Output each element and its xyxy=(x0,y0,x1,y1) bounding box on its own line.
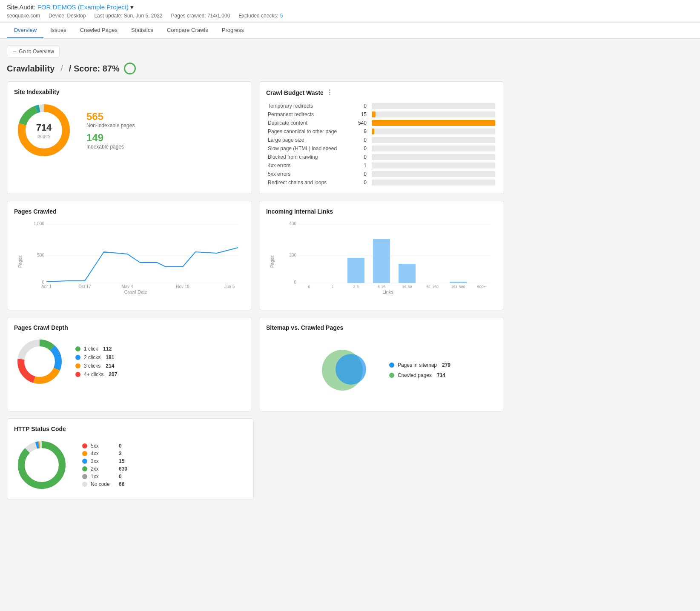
incoming-links-x-axis-label: Links xyxy=(279,289,497,294)
pages-crawled-title: Pages Crawled xyxy=(14,208,245,215)
svg-text:Oct 17: Oct 17 xyxy=(78,284,91,288)
budget-row-value: 0 xyxy=(351,102,368,110)
budget-row-value: 540 xyxy=(351,119,368,127)
budget-row-bar xyxy=(368,127,497,136)
site-indexability-title: Site Indexability xyxy=(14,89,245,95)
svg-rect-24 xyxy=(450,282,467,283)
budget-row-bar xyxy=(368,178,497,187)
crawl-depth-legend-item: 1 click 112 xyxy=(75,346,117,352)
incoming-links-y-axis-label: Pages xyxy=(270,255,275,267)
excluded-checks-label: Excluded checks: 5 xyxy=(238,13,283,19)
budget-row-bar xyxy=(368,153,497,161)
svg-text:1,000: 1,000 xyxy=(34,221,44,226)
budget-row-value: 9 xyxy=(351,127,368,136)
legend-dot xyxy=(75,363,80,368)
http-value: 630 xyxy=(119,466,127,472)
tab-crawled-pages[interactable]: Crawled Pages xyxy=(73,23,124,38)
budget-row-value: 0 xyxy=(351,144,368,153)
http-legend-item: 4xx 3 xyxy=(82,451,127,457)
sitemap-item-value: 714 xyxy=(437,372,445,378)
http-status-donut xyxy=(14,437,69,493)
tab-overview[interactable]: Overview xyxy=(7,23,43,38)
budget-row-bar xyxy=(368,170,497,178)
svg-text:Jun 5: Jun 5 xyxy=(224,284,235,288)
non-indexable-label: Non-indexable pages xyxy=(86,123,135,128)
indexability-stats: 565 Non-indexable pages 149 Indexable pa… xyxy=(86,111,135,150)
budget-row-bar xyxy=(368,110,497,119)
sitemap-item-label: Crawled pages xyxy=(398,372,432,378)
http-legend-item: No code 66 xyxy=(82,481,127,487)
score-circle-icon xyxy=(124,63,136,74)
score-label-text: / Score: 87% xyxy=(69,64,120,74)
pages-label: pages xyxy=(36,133,52,138)
svg-point-39 xyxy=(336,354,366,385)
tab-progress[interactable]: Progress xyxy=(215,23,251,38)
budget-row-value: 0 xyxy=(351,153,368,161)
budget-row-value: 0 xyxy=(351,136,368,144)
pages-crawled-card: Pages Crawled Pages 1,000 500 0 Apr 1 xyxy=(7,201,252,310)
legend-value: 181 xyxy=(106,354,114,360)
http-legend-item: 1xx 0 xyxy=(82,474,127,480)
budget-row-bar xyxy=(368,119,497,127)
svg-text:151-500: 151-500 xyxy=(451,285,465,288)
project-name-link[interactable]: FOR DEMOS (Example Project) xyxy=(37,3,129,11)
sitemap-vs-crawled-title: Sitemap vs. Crawled Pages xyxy=(266,324,497,331)
legend-dot xyxy=(75,355,80,360)
crawl-depth-legend: 1 click 112 2 clicks 181 3 clicks 214 4+… xyxy=(75,346,117,377)
indexable-number: 149 xyxy=(86,132,135,144)
nav-tabs: Overview Issues Crawled Pages Statistics… xyxy=(0,23,700,39)
svg-rect-21 xyxy=(347,258,364,283)
excluded-count-link[interactable]: 5 xyxy=(280,13,283,19)
svg-text:6-15: 6-15 xyxy=(378,285,385,288)
budget-row-value: 1 xyxy=(351,161,368,170)
http-dot xyxy=(82,443,87,448)
http-dot xyxy=(82,482,87,487)
budget-row-bar xyxy=(368,144,497,153)
http-label: No code xyxy=(91,481,112,487)
http-label: 5xx xyxy=(91,443,112,449)
budget-row-value: 0 xyxy=(351,178,368,187)
sitemap-item-label: Pages in sitemap xyxy=(398,362,437,368)
http-legend-item: 2xx 630 xyxy=(82,466,127,472)
crawl-depth-card: Pages Crawl Depth xyxy=(7,317,252,411)
svg-text:Apr 1: Apr 1 xyxy=(41,284,52,288)
http-value: 3 xyxy=(119,451,122,457)
tab-statistics[interactable]: Statistics xyxy=(124,23,160,38)
http-dot xyxy=(82,466,87,471)
http-value: 0 xyxy=(119,443,122,449)
http-label: 4xx xyxy=(91,451,112,457)
http-dot xyxy=(82,474,87,479)
site-audit-header: Site Audit: FOR DEMOS (Example Project) … xyxy=(7,3,693,11)
pages-crawled-chart-svg: 1,000 500 0 Apr 1 Oct 17 May 4 Nov 18 Ju… xyxy=(27,220,245,288)
http-dot xyxy=(82,451,87,456)
pages-crawled-x-axis-label: Crawl Date xyxy=(27,289,245,294)
budget-row-label: Large page size xyxy=(266,136,351,144)
non-indexable-number: 565 xyxy=(86,111,135,123)
site-audit-label: Site Audit: xyxy=(7,3,36,11)
sitemap-dot xyxy=(389,373,394,378)
budget-row-label: Permanent redirects xyxy=(266,110,351,119)
svg-text:2-5: 2-5 xyxy=(353,285,359,288)
meta-info-bar: seoquake.com Device: Desktop Last update… xyxy=(7,13,693,19)
budget-row-bar xyxy=(368,102,497,110)
svg-text:16-50: 16-50 xyxy=(402,285,412,288)
http-legend-item: 5xx 0 xyxy=(82,443,127,449)
legend-dot xyxy=(75,346,80,351)
page-title-text: Crawlability xyxy=(7,64,55,74)
svg-rect-23 xyxy=(399,264,416,283)
dropdown-icon[interactable]: ▾ xyxy=(130,3,134,11)
go-to-overview-button[interactable]: ← Go to Overview xyxy=(7,46,60,57)
http-legend-item: 3xx 15 xyxy=(82,458,127,464)
sitemap-dot xyxy=(389,363,394,368)
http-status-card: HTTP Status Code xyxy=(7,418,254,500)
svg-text:May 4: May 4 xyxy=(121,284,133,288)
tab-compare-crawls[interactable]: Compare Crawls xyxy=(160,23,215,38)
budget-row-label: Blocked from crawling xyxy=(266,153,351,161)
crawl-budget-more-icon[interactable]: ⋮ xyxy=(326,89,333,97)
svg-text:500: 500 xyxy=(37,253,44,257)
pages-crawled-y-axis-label: Pages xyxy=(18,255,23,267)
score-divider: / xyxy=(60,64,63,74)
tab-issues[interactable]: Issues xyxy=(43,23,73,38)
sitemap-legend-item: Crawled pages 714 xyxy=(389,372,450,378)
svg-point-41 xyxy=(21,445,62,485)
